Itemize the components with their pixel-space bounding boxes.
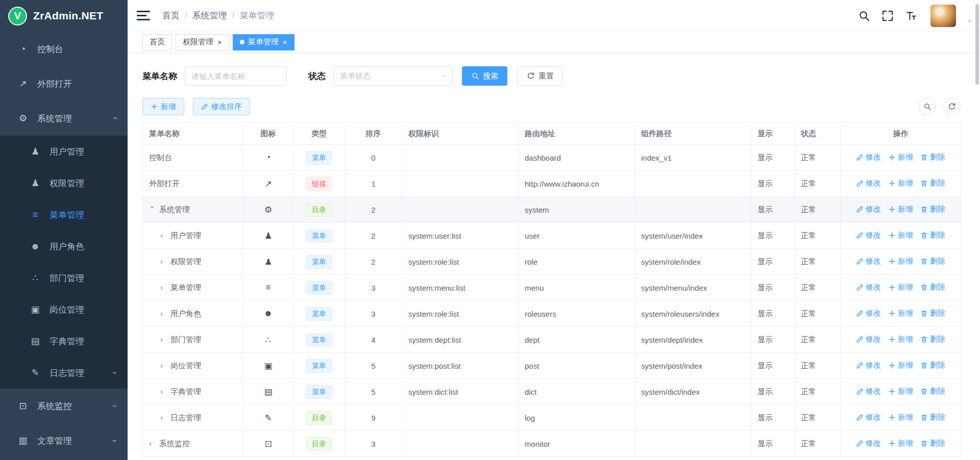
delete-link[interactable]: 删除 <box>920 387 945 396</box>
edit-link[interactable]: 修改 <box>856 178 881 188</box>
cell-visible: 显示 <box>751 171 795 197</box>
expand-arrow-icon[interactable]: › <box>160 257 170 266</box>
delete-link[interactable]: 删除 <box>920 335 945 344</box>
expand-arrow-icon[interactable]: › <box>160 335 170 344</box>
edit-link[interactable]: 修改 <box>856 439 881 448</box>
tab-item[interactable]: 首页 <box>142 34 172 50</box>
collapse-arrow-icon[interactable]: › <box>149 206 157 213</box>
sidebar-item[interactable]: ◔控制台 <box>0 32 128 66</box>
expand-arrow-icon[interactable]: › <box>160 231 170 240</box>
expand-arrow-icon[interactable]: › <box>160 309 170 318</box>
expand-arrow-icon[interactable]: › <box>160 361 170 370</box>
delete-link[interactable]: 删除 <box>920 257 945 266</box>
add-link[interactable]: 新增 <box>888 205 913 214</box>
add-link[interactable]: 新增 <box>888 361 913 370</box>
tab-item[interactable]: 菜单管理× <box>233 34 295 50</box>
user-avatar[interactable] <box>930 5 956 27</box>
sidebar-item[interactable]: ♟用户管理 <box>0 136 128 167</box>
add-link[interactable]: 新增 <box>888 413 913 422</box>
edit-link[interactable]: 修改 <box>856 231 881 240</box>
add-link[interactable]: 新增 <box>888 439 913 448</box>
edit-link[interactable]: 修改 <box>856 387 881 396</box>
delete-link[interactable]: 删除 <box>920 413 945 422</box>
delete-link[interactable]: 删除 <box>920 283 945 292</box>
sort-edit-button[interactable]: 修改排序 <box>193 98 250 115</box>
cell-route: roleusers <box>519 301 635 327</box>
expand-arrow-icon[interactable]: › <box>160 283 170 292</box>
delete-link[interactable]: 删除 <box>920 309 945 318</box>
sidebar-item[interactable]: ⊡系统监控› <box>0 389 128 423</box>
edit-link[interactable]: 修改 <box>856 309 881 318</box>
sidebar-item[interactable]: ▣岗位管理 <box>0 294 128 325</box>
sidebar-item[interactable]: ≡菜单管理 <box>0 199 128 231</box>
sidebar-item[interactable]: ↗外部打开 <box>0 66 128 101</box>
add-link[interactable]: 新增 <box>888 178 913 188</box>
tab-close-icon[interactable]: × <box>283 38 287 46</box>
dept-tree-icon: ∴ <box>29 272 42 284</box>
avatar-caret-icon[interactable]: › <box>963 19 975 22</box>
tab-close-icon[interactable]: × <box>217 38 222 46</box>
add-link[interactable]: 新增 <box>888 335 913 344</box>
add-button[interactable]: 新增 <box>142 98 184 115</box>
edit-link[interactable]: 修改 <box>856 335 881 344</box>
font-size-icon[interactable] <box>905 10 917 22</box>
type-tag: 菜单 <box>306 359 332 373</box>
sidebar-item[interactable]: ⚙系统管理› <box>0 101 128 136</box>
sidebar-item[interactable]: ✎日志管理› <box>0 357 128 389</box>
delete-link[interactable]: 删除 <box>920 231 945 240</box>
dict-book-icon: ▤ <box>264 387 272 397</box>
breadcrumb-separator: / <box>185 11 187 21</box>
menu-name-input[interactable] <box>185 66 287 86</box>
reset-button[interactable]: 重置 <box>518 66 563 86</box>
add-link[interactable]: 新增 <box>888 231 913 240</box>
sidebar-item[interactable]: ▥文章管理› <box>0 423 128 458</box>
edit-link[interactable]: 修改 <box>856 413 881 422</box>
edit-link[interactable]: 修改 <box>856 257 881 266</box>
breadcrumb-item[interactable]: 系统管理 <box>192 10 227 21</box>
search-icon[interactable] <box>858 10 870 22</box>
expand-arrow-icon[interactable]: › <box>160 387 170 396</box>
delete-link[interactable]: 删除 <box>920 361 945 370</box>
edit-link[interactable]: 修改 <box>856 283 881 292</box>
edit-link[interactable]: 修改 <box>856 152 881 162</box>
edit-link[interactable]: 修改 <box>856 361 881 370</box>
table-refresh-button[interactable] <box>943 98 961 115</box>
plus-icon <box>151 103 158 110</box>
status-select[interactable]: 菜单状态 › <box>333 66 453 86</box>
search-button[interactable]: 搜索 <box>462 66 507 86</box>
cell-component <box>635 197 751 223</box>
table-row: ›用户管理♟菜单2system:user:listusersystem/user… <box>143 223 961 249</box>
column-header: 状态 <box>795 123 841 145</box>
delete-link[interactable]: 删除 <box>920 439 945 448</box>
sidebar-item[interactable]: ☻用户角色 <box>0 231 128 262</box>
add-link[interactable]: 新增 <box>888 309 913 318</box>
delete-link[interactable]: 删除 <box>920 178 945 188</box>
edit-link[interactable]: 修改 <box>856 205 881 214</box>
cell-visible: 显示 <box>751 379 795 405</box>
sidebar-item[interactable]: ∴部门管理 <box>0 262 128 294</box>
cell-type: 菜单 <box>293 223 345 249</box>
cell-route: post <box>519 353 635 379</box>
cell-status: 正常 <box>795 275 841 301</box>
breadcrumb: 首页/系统管理/菜单管理 <box>162 10 274 21</box>
sidebar-item[interactable]: ▤字典管理 <box>0 325 128 357</box>
hamburger-icon[interactable] <box>137 11 150 20</box>
sidebar-item[interactable]: ♟权限管理 <box>0 167 128 199</box>
delete-link[interactable]: 删除 <box>920 205 945 214</box>
fullscreen-icon[interactable] <box>881 10 894 22</box>
expand-arrow-icon[interactable]: › <box>160 413 170 422</box>
add-link[interactable]: 新增 <box>888 152 913 162</box>
type-tag: 菜单 <box>306 385 332 399</box>
cell-ops: 修改新增删除 <box>841 223 961 249</box>
breadcrumb-item[interactable]: 首页 <box>162 10 180 21</box>
add-link[interactable]: 新增 <box>888 387 913 396</box>
table-search-button[interactable] <box>919 98 936 115</box>
add-link[interactable]: 新增 <box>888 283 913 292</box>
add-link[interactable]: 新增 <box>888 257 913 266</box>
cell-icon: ☻ <box>243 301 293 327</box>
expand-arrow-icon[interactable]: › <box>149 439 159 448</box>
tab-item[interactable]: 权限管理× <box>176 34 229 50</box>
delete-link[interactable]: 删除 <box>920 152 945 162</box>
scrollbar[interactable] <box>975 4 979 85</box>
cell-type: 菜单 <box>293 249 345 275</box>
